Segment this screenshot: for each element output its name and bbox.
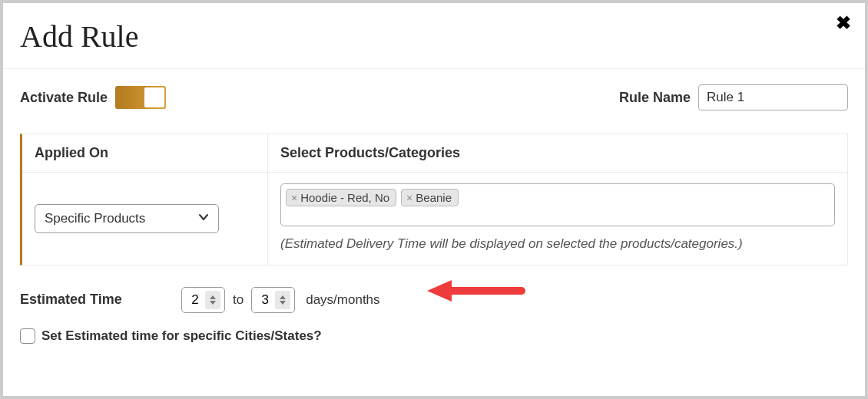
- product-tag-input[interactable]: × Hoodie - Red, No × Beanie: [280, 183, 835, 226]
- chevron-down-icon: [280, 301, 286, 305]
- applied-on-header-row: Applied On Select Products/Categories: [22, 134, 847, 173]
- rule-name-group: Rule Name: [619, 84, 848, 110]
- estimated-from-input[interactable]: [182, 292, 204, 308]
- select-products-header: Select Products/Categories: [268, 134, 847, 172]
- chevron-down-icon: [210, 301, 216, 305]
- products-hint-text: (Estimated Delivery Time will be display…: [280, 234, 835, 254]
- top-row: Activate Rule Rule Name: [3, 69, 865, 134]
- estimated-to-input[interactable]: [252, 292, 273, 308]
- estimated-unit-label: days/months: [306, 292, 379, 308]
- activate-rule-label: Activate Rule: [20, 90, 108, 106]
- rule-name-label: Rule Name: [619, 90, 691, 106]
- stepper-buttons[interactable]: [205, 291, 220, 309]
- svg-marker-1: [427, 280, 452, 302]
- applied-on-select[interactable]: Specific Products: [35, 204, 219, 233]
- rule-name-input[interactable]: [698, 84, 848, 110]
- stepper-buttons[interactable]: [275, 291, 290, 309]
- annotation-arrow-icon: [426, 275, 525, 309]
- chevron-up-icon: [280, 295, 286, 299]
- cities-checkbox[interactable]: [20, 328, 35, 344]
- estimated-time-row: Estimated Time to days/months: [3, 265, 865, 319]
- estimated-from-stepper[interactable]: [181, 287, 225, 313]
- applied-on-section: Applied On Select Products/Categories Sp…: [20, 134, 848, 265]
- activate-rule-group: Activate Rule: [20, 86, 166, 109]
- to-separator: to: [233, 292, 244, 308]
- estimated-time-label: Estimated Time: [20, 292, 174, 308]
- tag-label: Hoodie - Red, No: [300, 191, 389, 204]
- product-tag: × Hoodie - Red, No: [286, 189, 396, 206]
- tag-remove-icon[interactable]: ×: [405, 192, 414, 204]
- chevron-up-icon: [210, 295, 216, 299]
- applied-on-header: Applied On: [22, 134, 268, 172]
- tag-label: Beanie: [416, 191, 452, 204]
- applied-on-body-row: Specific Products × Hoodie - Red, No ×: [22, 173, 847, 265]
- dialog-title: Add Rule: [20, 18, 848, 54]
- activate-rule-toggle[interactable]: [115, 86, 166, 109]
- cities-checkbox-row: Set Estimated time for specific Cities/S…: [3, 319, 865, 350]
- close-icon[interactable]: ✖: [836, 14, 851, 32]
- applied-on-select-wrap: Specific Products: [35, 204, 219, 233]
- dialog-header: Add Rule ✖: [3, 3, 865, 69]
- tag-remove-icon[interactable]: ×: [290, 192, 299, 204]
- product-tag: × Beanie: [401, 189, 459, 206]
- cities-checkbox-label: Set Estimated time for specific Cities/S…: [41, 328, 322, 344]
- estimated-to-stepper[interactable]: [251, 287, 295, 313]
- toggle-knob: [144, 87, 164, 107]
